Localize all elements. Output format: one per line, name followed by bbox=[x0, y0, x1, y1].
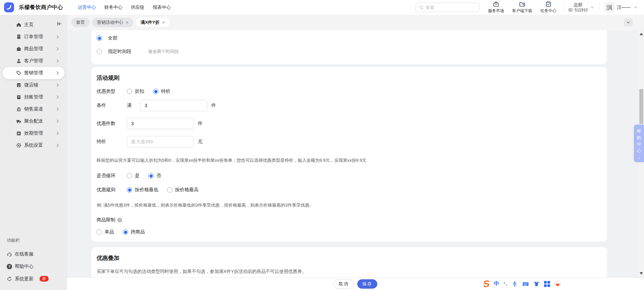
sidebar-item-settings[interactable]: 系统设置 bbox=[3, 139, 64, 151]
unit-suffix: 元 bbox=[198, 139, 203, 145]
chevron-right-icon bbox=[55, 58, 60, 64]
condition-quantity-input[interactable] bbox=[140, 100, 207, 111]
discount-count-row: 优惠件数 件 bbox=[97, 118, 602, 129]
sidebar-item-online-service[interactable]: 在线客服 bbox=[0, 248, 67, 260]
help-center-widget[interactable]: 帮助中心 ‹ bbox=[634, 125, 644, 162]
search-icon bbox=[419, 5, 424, 10]
sidebar-item-label: 主页 bbox=[24, 22, 34, 28]
sidebar-item-help-center[interactable]: ? 帮助中心 bbox=[0, 260, 67, 273]
delivery-truck-icon bbox=[16, 119, 21, 124]
time-option-specified[interactable]: 指定时间段 最多两个时间段 bbox=[97, 46, 602, 57]
radio-loop-yes[interactable] bbox=[127, 173, 132, 178]
scrollbar-thumb[interactable] bbox=[639, 89, 643, 124]
cancel-button[interactable]: 取消 bbox=[334, 279, 354, 289]
radio-special-price[interactable] bbox=[153, 89, 158, 94]
briefcase-icon bbox=[493, 1, 499, 8]
chevron-down-icon bbox=[590, 5, 595, 10]
tab-marketing-center[interactable]: 营销活动中心 × bbox=[92, 18, 133, 27]
top-header: 乐檬餐饮商户中心 运营中心 财务中心 供应链 报表中心 服务市场 客户端下载 bbox=[0, 0, 644, 15]
radio-highest-price[interactable] bbox=[167, 187, 172, 193]
main-content: 全部 指定时间段 最多两个时间段 活动规则 优惠类型 折扣 特价 条件 满 件 … bbox=[67, 30, 639, 277]
save-button[interactable]: 保存 bbox=[357, 279, 377, 289]
org-switcher[interactable]: 总部 ID: 511910 bbox=[569, 2, 595, 12]
header-divider bbox=[564, 3, 564, 11]
ime-language-toggle[interactable]: 中 bbox=[494, 280, 499, 287]
sidebar-menu: 主页 订单管理 商品管理 客户管理 营销管理 微店铺 bbox=[0, 19, 67, 151]
scrollbar-up-arrow[interactable] bbox=[640, 33, 643, 35]
nav-supply-chain[interactable]: 供应链 bbox=[129, 3, 147, 12]
product-icon bbox=[16, 46, 21, 52]
sidebar-item-products[interactable]: 商品管理 bbox=[3, 43, 64, 55]
sidebar-item-label: 客户管理 bbox=[24, 58, 43, 64]
sidebar-item-label: 销售渠道 bbox=[24, 106, 43, 112]
microphone-icon[interactable] bbox=[512, 281, 518, 287]
time-range-card: 全部 指定时间段 最多两个时间段 bbox=[91, 30, 607, 64]
radio-specified-period[interactable] bbox=[97, 49, 102, 54]
radio-single-product[interactable] bbox=[97, 229, 102, 235]
radio-label: 跨商品 bbox=[131, 229, 145, 235]
skin-shirt-icon[interactable] bbox=[533, 281, 540, 287]
collapse-chevron-icon[interactable]: ‹ bbox=[638, 155, 640, 160]
sidebar-utilities: 在线客服 ? 帮助中心 系统更新 新 bbox=[0, 248, 67, 285]
tab-full-x-discount-y[interactable]: 满X件Y折 × bbox=[136, 18, 170, 27]
question-mark-icon[interactable]: ? bbox=[117, 218, 122, 222]
sidebar-item-sales-channels[interactable]: 销售渠道 bbox=[3, 103, 64, 115]
help-widget-label: 帮助中心 bbox=[637, 128, 641, 154]
sidebar-item-customers[interactable]: 客户管理 bbox=[3, 55, 64, 67]
help-circle-icon: ? bbox=[7, 264, 12, 269]
sidebar-item-micro-shop[interactable]: 微店铺 bbox=[3, 79, 64, 91]
chevron-right-icon bbox=[55, 82, 60, 88]
sogou-logo[interactable]: S bbox=[483, 279, 490, 289]
special-price-input[interactable] bbox=[127, 136, 194, 147]
close-icon[interactable]: × bbox=[162, 20, 165, 25]
scrollbar-down-arrow[interactable] bbox=[640, 272, 643, 275]
emoji-face-icon[interactable] bbox=[554, 281, 561, 287]
sidebar-item-home[interactable]: 主页 bbox=[3, 19, 64, 31]
tab-label: 营销活动中心 bbox=[97, 19, 123, 25]
quick-links: 服务市场 客户端下载 任务中心 bbox=[486, 1, 559, 14]
radio-all[interactable] bbox=[97, 35, 102, 41]
sidebar-item-delivery[interactable]: 聚合配送 bbox=[3, 115, 64, 127]
quick-link-label: 任务中心 bbox=[540, 8, 556, 14]
expiry-icon bbox=[16, 131, 21, 136]
condition-row: 条件 满 件 bbox=[97, 100, 602, 111]
operation-note: 根据您的运营方案可以输入折扣为5和0，实现第xx份半价和第xx份免单；您也可以选… bbox=[97, 157, 602, 163]
sidebar-item-marketing[interactable]: 营销管理 bbox=[3, 67, 64, 79]
chevron-right-icon bbox=[55, 94, 60, 100]
card-title: 优惠叠加 bbox=[97, 255, 602, 262]
radio-lowest-price[interactable] bbox=[127, 187, 132, 193]
tab-home[interactable]: 首页 bbox=[71, 18, 90, 27]
nav-reports[interactable]: 报表中心 bbox=[151, 3, 173, 12]
field-label: 条件 bbox=[97, 102, 127, 108]
close-icon[interactable]: × bbox=[126, 20, 128, 25]
sidebar-item-system-update[interactable]: 系统更新 新 bbox=[0, 273, 67, 285]
tab-list-chevron-button[interactable] bbox=[624, 18, 633, 26]
discount-count-input[interactable] bbox=[127, 118, 194, 129]
search-box[interactable] bbox=[415, 3, 480, 12]
toolbox-grid-icon[interactable] bbox=[544, 281, 550, 287]
sidebar: 主页 订单管理 商品管理 客户管理 营销管理 微店铺 bbox=[0, 15, 67, 290]
condition-prefix: 满 bbox=[127, 102, 131, 108]
ime-punctuation-toggle[interactable]: °, bbox=[503, 281, 507, 286]
quick-link-task-center[interactable]: 任务中心 bbox=[538, 1, 559, 14]
sidebar-item-credit-ledger[interactable]: 挂账管理 bbox=[3, 91, 64, 103]
radio-cross-product[interactable] bbox=[123, 229, 128, 235]
nav-finance[interactable]: 财务中心 bbox=[102, 3, 124, 12]
quick-link-service-market[interactable]: 服务市场 bbox=[486, 1, 506, 14]
radio-label: 指定时间段 bbox=[108, 49, 131, 55]
discount-stacking-card: 优惠叠加 买家下单仅可与勾选的活动类型同时使用，如果不勾选，参加满X件Y折活动后… bbox=[91, 247, 607, 277]
sidebar-item-orders[interactable]: 订单管理 bbox=[3, 31, 64, 43]
quick-link-client-download[interactable]: 客户端下载 bbox=[512, 1, 533, 14]
user-menu[interactable]: 汌 汪—— bbox=[604, 2, 638, 12]
example-note: 例: 满5件优惠3件，按价格最低，则表示价格最低的3件享受优惠，按价格最高，则表… bbox=[97, 202, 602, 208]
nav-operations[interactable]: 运营中心 bbox=[76, 3, 98, 12]
keyboard-icon[interactable] bbox=[522, 281, 529, 287]
time-option-all[interactable]: 全部 bbox=[97, 33, 602, 44]
discount-rule-row: 优惠规则 按价格最低 按价格最高 bbox=[97, 187, 602, 193]
app-title: 乐檬餐饮商户中心 bbox=[19, 4, 63, 11]
search-input[interactable] bbox=[426, 5, 466, 10]
sidebar-item-expiry[interactable]: 效期管理 bbox=[3, 127, 64, 139]
sidebar-item-label: 订单管理 bbox=[24, 34, 43, 40]
radio-discount[interactable] bbox=[127, 89, 132, 94]
radio-loop-no[interactable] bbox=[148, 173, 154, 178]
